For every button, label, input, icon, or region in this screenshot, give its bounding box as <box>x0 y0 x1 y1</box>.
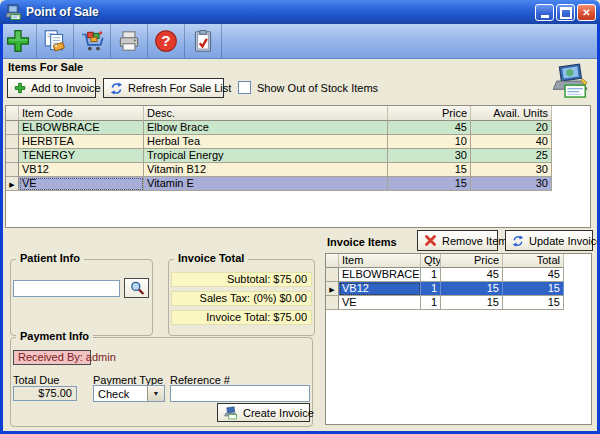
cell-avail-units: 20 <box>471 121 552 135</box>
cell-total: 45 <box>503 268 564 282</box>
remove-item-button[interactable]: Remove Item <box>417 230 498 251</box>
search-icon <box>129 280 145 296</box>
create-invoice-label: Create Invoice <box>243 407 314 419</box>
payment-info-title: Payment Info <box>16 330 93 342</box>
table-row[interactable]: VE 1 15 15 <box>326 296 591 310</box>
col-avail-units[interactable]: Avail. Units <box>471 106 552 121</box>
toolbar-add-button[interactable] <box>0 24 37 58</box>
cell-item-code: TENERGY <box>19 149 144 163</box>
cell-qty: 1 <box>421 268 441 282</box>
table-row-selected[interactable]: ▶ VE Vitamin E 15 30 <box>6 177 590 191</box>
col-total[interactable]: Total <box>503 254 564 268</box>
pos-window: Point of Sale ✕ <box>0 0 600 434</box>
cell-qty: 1 <box>421 282 441 296</box>
invoice-items-table: Item Qty Price Total ELBOWBRACE 1 45 45 … <box>325 253 592 425</box>
cell-avail-units: 25 <box>471 149 552 163</box>
cell-item-code: HERBTEA <box>19 135 144 149</box>
invoice-total-bar: Invoice Total: $75.00 <box>171 310 312 325</box>
refresh-icon <box>110 82 123 95</box>
cell-desc: Vitamin B12 <box>144 163 388 177</box>
col-qty[interactable]: Qty <box>421 254 441 268</box>
cell-price: 15 <box>441 282 503 296</box>
toolbar-invoices-button[interactable] <box>37 24 74 58</box>
show-out-of-stock-checkbox[interactable] <box>238 81 251 94</box>
app-icon <box>6 4 22 20</box>
invoice-total-title: Invoice Total <box>174 252 248 264</box>
add-to-invoice-button[interactable]: Add to Invoice <box>7 78 96 98</box>
update-invoice-label: Update Invoice <box>529 235 600 247</box>
refresh-for-sale-button[interactable]: Refresh For Sale List <box>103 78 224 98</box>
cell-item-code: VB12 <box>19 163 144 177</box>
row-selector: ▶ <box>6 177 19 191</box>
cell-price: 15 <box>388 163 471 177</box>
cell-total: 15 <box>503 282 564 296</box>
payment-type-select[interactable]: Check ▼ <box>93 385 165 402</box>
row-selector <box>6 121 19 135</box>
col-item[interactable]: Item <box>339 254 421 268</box>
row-selector <box>326 268 339 282</box>
close-button[interactable]: ✕ <box>577 4 596 21</box>
cell-price: 15 <box>388 177 471 191</box>
cell-item: VB12 <box>339 282 421 296</box>
table-row[interactable]: TENERGY Tropical Energy 30 25 <box>6 149 590 163</box>
checklist-icon <box>190 28 216 54</box>
maximize-button[interactable] <box>556 4 575 21</box>
cell-price: 45 <box>441 268 503 282</box>
patient-search-input[interactable] <box>13 280 120 297</box>
toolbar-checklist-button[interactable] <box>185 24 222 58</box>
minimize-button[interactable] <box>535 4 554 21</box>
total-due-field: $75.00 <box>13 386 77 401</box>
update-invoice-button[interactable]: Update Invoice <box>505 230 593 251</box>
cell-price: 45 <box>388 121 471 135</box>
subtotal-bar: Subtotal: $75.00 <box>171 272 312 287</box>
print-icon <box>116 28 142 54</box>
sales-tax-bar: Sales Tax: (0%) $0.00 <box>171 291 312 306</box>
toolbar-help-button[interactable]: ? <box>148 24 185 58</box>
table-row-selected[interactable]: ▶ VB12 1 15 15 <box>326 282 591 296</box>
table-row[interactable]: ELBOWBRACE Elbow Brace 45 20 <box>6 121 590 135</box>
add-to-invoice-label: Add to Invoice <box>31 82 101 94</box>
add-icon <box>14 82 26 94</box>
cell-desc: Elbow Brace <box>144 121 388 135</box>
row-selector-header <box>6 106 19 121</box>
create-invoice-button[interactable]: Create Invoice <box>217 403 310 422</box>
toolbar-print-button[interactable] <box>111 24 148 58</box>
cell-item: VE <box>339 296 421 310</box>
patient-info-title: Patient Info <box>16 252 84 264</box>
cell-item-code: VE <box>19 177 144 191</box>
table-row[interactable]: VB12 Vitamin B12 15 30 <box>6 163 590 177</box>
col-price[interactable]: Price <box>441 254 503 268</box>
svg-text:?: ? <box>161 32 170 49</box>
show-out-of-stock-label: Show Out of Stock Items <box>257 82 378 94</box>
window-title: Point of Sale <box>26 5 99 19</box>
toolbar-cart-button[interactable] <box>74 24 111 58</box>
cell-price: 15 <box>441 296 503 310</box>
toolbar: ? <box>0 24 600 59</box>
reference-input[interactable] <box>170 385 310 402</box>
col-item-code[interactable]: Item Code <box>19 106 144 121</box>
col-desc[interactable]: Desc. <box>144 106 388 121</box>
cell-avail-units: 40 <box>471 135 552 149</box>
cell-price: 30 <box>388 149 471 163</box>
refresh-icon <box>512 235 524 247</box>
current-row-arrow-icon: ▶ <box>329 286 334 293</box>
current-row-arrow-icon: ▶ <box>9 181 14 188</box>
cell-avail-units: 30 <box>471 163 552 177</box>
help-icon: ? <box>153 28 179 54</box>
invoice-items-title: Invoice Items <box>327 236 397 248</box>
table-row[interactable]: ELBOWBRACE 1 45 45 <box>326 268 591 282</box>
cell-desc: Herbal Tea <box>144 135 388 149</box>
refresh-for-sale-label: Refresh For Sale List <box>128 82 231 94</box>
received-by-badge: Received By: admin <box>13 350 91 365</box>
total-due-label: Total Due <box>13 374 59 386</box>
cell-item: ELBOWBRACE <box>339 268 421 282</box>
patient-search-button[interactable] <box>124 278 149 298</box>
chevron-down-icon: ▼ <box>147 386 164 401</box>
col-price[interactable]: Price <box>388 106 471 121</box>
table-row[interactable]: HERBTEA Herbal Tea 10 40 <box>6 135 590 149</box>
add-icon <box>5 28 31 54</box>
cell-avail-units: 30 <box>471 177 552 191</box>
row-selector: ▶ <box>326 282 339 296</box>
row-selector <box>6 135 19 149</box>
row-selector <box>6 149 19 163</box>
